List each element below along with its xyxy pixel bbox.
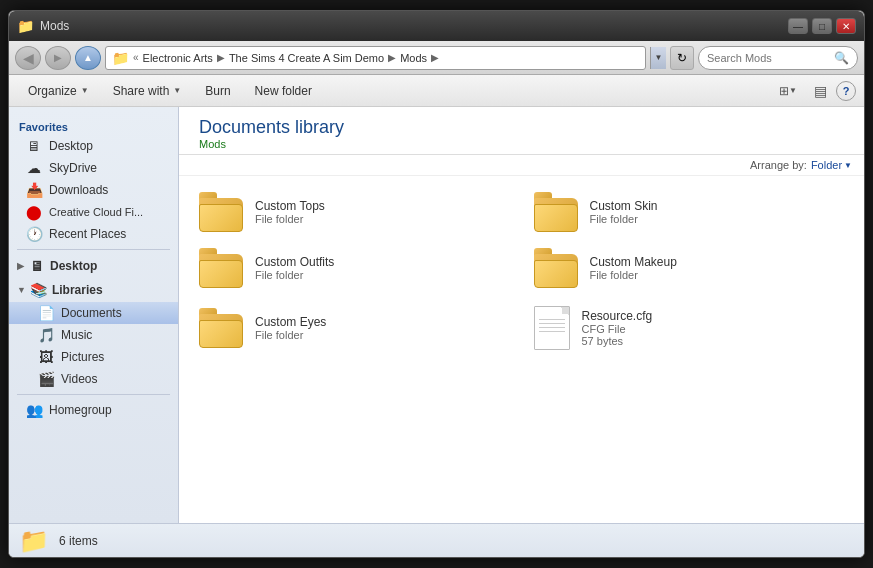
folder-icon-custom-eyes [197,308,245,348]
file-name-resource-cfg: Resource.cfg [582,309,847,323]
recent-places-icon: 🕐 [25,226,43,242]
close-button[interactable]: ✕ [836,18,856,34]
toolbar: Organize ▼ Share with ▼ Burn New folder … [9,75,864,107]
file-name-custom-eyes: Custom Eyes [255,315,512,329]
file-area-header: Documents library Mods [179,107,864,155]
address-dropdown-button[interactable]: ▼ [650,47,666,69]
folder-icon-custom-tops [197,192,245,232]
file-name-custom-skin: Custom Skin [590,199,847,213]
help-button[interactable]: ? [836,81,856,101]
file-size-resource-cfg: 57 bytes [582,335,847,347]
title-bar-controls: — □ ✕ [788,18,856,34]
sidebar-item-documents-label: Documents [61,306,122,320]
arrange-value-button[interactable]: Folder ▼ [811,159,852,171]
file-info-custom-makeup: Custom Makeup File folder [590,255,847,281]
libraries-icon: 📚 [30,282,48,298]
new-folder-button[interactable]: New folder [244,79,323,103]
folder-icon-custom-outfits [197,248,245,288]
share-with-button[interactable]: Share with ▼ [102,79,193,103]
sidebar-libraries-group[interactable]: ▼ 📚 Libraries [9,278,178,302]
file-item-custom-outfits[interactable]: Custom Outfits File folder [189,242,520,294]
sidebar-libraries-label: Libraries [52,283,103,297]
burn-button[interactable]: Burn [194,79,241,103]
pictures-icon: 🖼 [37,349,55,365]
file-area: Documents library Mods Arrange by: Folde… [179,107,864,523]
desktop-icon: 🖥 [25,138,43,154]
files-grid: Custom Tops File folder Custom Skin File… [179,176,864,368]
file-type-custom-skin: File folder [590,213,847,225]
file-name-custom-makeup: Custom Makeup [590,255,847,269]
file-item-custom-skin[interactable]: Custom Skin File folder [524,186,855,238]
sidebar-item-videos-label: Videos [61,372,97,386]
preview-pane-button[interactable]: ▤ [808,79,832,103]
skydrive-icon: ☁ [25,160,43,176]
toolbar-right: ⊞▼ ▤ ? [772,79,856,103]
sidebar-item-homegroup[interactable]: 👥 Homegroup [9,399,178,421]
file-icon-resource-cfg [532,304,572,352]
path-crumb-1[interactable]: Electronic Arts [143,52,213,64]
minimize-button[interactable]: — [788,18,808,34]
maximize-button[interactable]: □ [812,18,832,34]
window-title: Mods [40,19,69,33]
file-item-custom-tops[interactable]: Custom Tops File folder [189,186,520,238]
sidebar-item-creative-cloud[interactable]: ⬤ Creative Cloud Fi... [9,201,178,223]
sidebar-item-downloads[interactable]: 📥 Downloads [9,179,178,201]
arrange-bar: Arrange by: Folder ▼ [179,155,864,176]
back-button[interactable]: ◀ [15,46,41,70]
sidebar-item-desktop[interactable]: 🖥 Desktop [9,135,178,157]
sidebar-divider-1 [17,249,170,250]
file-type-custom-tops: File folder [255,213,512,225]
file-info-custom-outfits: Custom Outfits File folder [255,255,512,281]
file-item-custom-makeup[interactable]: Custom Makeup File folder [524,242,855,294]
address-path[interactable]: 📁 « Electronic Arts ▶ The Sims 4 Create … [105,46,646,70]
file-type-custom-eyes: File folder [255,329,512,341]
sidebar-item-music-label: Music [61,328,92,342]
sidebar-item-desktop-label: Desktop [49,139,93,153]
sidebar-item-homegroup-label: Homegroup [49,403,112,417]
file-name-custom-tops: Custom Tops [255,199,512,213]
folder-icon-custom-skin [532,192,580,232]
explorer-window: 📁 Mods — □ ✕ ◀ ▶ ▲ 📁 « Electronic Arts ▶… [8,10,865,558]
organize-button[interactable]: Organize ▼ [17,79,100,103]
videos-icon: 🎬 [37,371,55,387]
forward-button[interactable]: ▶ [45,46,71,70]
search-input[interactable] [707,52,830,64]
file-info-custom-skin: Custom Skin File folder [590,199,847,225]
sidebar-desktop-label: Desktop [50,259,97,273]
sidebar-item-pictures[interactable]: 🖼 Pictures [9,346,178,368]
search-box[interactable]: 🔍 [698,46,858,70]
refresh-button[interactable]: ↻ [670,46,694,70]
path-crumb-3[interactable]: Mods [400,52,427,64]
search-icon[interactable]: 🔍 [834,51,849,65]
up-button[interactable]: ▲ [75,46,101,70]
file-item-custom-eyes[interactable]: Custom Eyes File folder [189,298,520,358]
music-icon: 🎵 [37,327,55,343]
path-crumb-2[interactable]: The Sims 4 Create A Sim Demo [229,52,384,64]
library-subtitle: Mods [199,138,844,150]
sidebar-item-recent-places[interactable]: 🕐 Recent Places [9,223,178,245]
sidebar-desktop-group[interactable]: ▶ 🖥 Desktop [9,254,178,278]
file-info-resource-cfg: Resource.cfg CFG File 57 bytes [582,309,847,347]
sidebar-item-videos[interactable]: 🎬 Videos [9,368,178,390]
file-type-custom-makeup: File folder [590,269,847,281]
organize-dropdown-icon: ▼ [81,86,89,95]
sidebar-item-pictures-label: Pictures [61,350,104,364]
view-options-button[interactable]: ⊞▼ [772,79,804,103]
file-item-resource-cfg[interactable]: Resource.cfg CFG File 57 bytes [524,298,855,358]
homegroup-icon: 👥 [25,402,43,418]
desktop-expand-arrow: ▶ [17,261,24,271]
title-bar-left: 📁 Mods [17,18,69,34]
arrange-dropdown-icon: ▼ [844,161,852,170]
desktop-group-icon: 🖥 [28,258,46,274]
creative-cloud-icon: ⬤ [25,204,43,220]
sidebar-item-music[interactable]: 🎵 Music [9,324,178,346]
sidebar-item-downloads-label: Downloads [49,183,108,197]
sidebar-item-documents[interactable]: 📄 Documents [9,302,178,324]
sidebar-divider-2 [17,394,170,395]
folder-icon-custom-makeup [532,248,580,288]
share-dropdown-icon: ▼ [173,86,181,95]
sidebar-item-skydrive-label: SkyDrive [49,161,97,175]
libraries-expand-arrow: ▼ [17,285,26,295]
sidebar-item-skydrive[interactable]: ☁ SkyDrive [9,157,178,179]
file-info-custom-eyes: Custom Eyes File folder [255,315,512,341]
